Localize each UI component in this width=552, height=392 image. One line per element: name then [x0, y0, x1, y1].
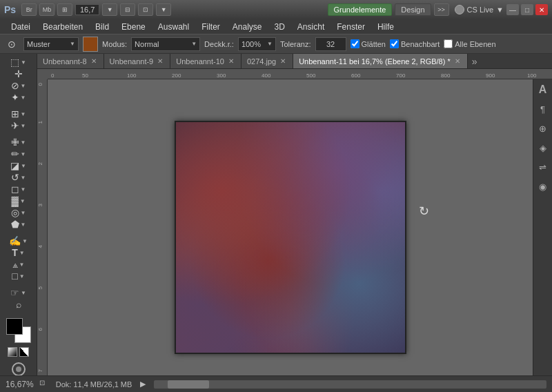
right-panel-channels-btn[interactable]: ◈: [535, 140, 551, 155]
modus-dropdown[interactable]: Normal ▼: [131, 37, 200, 51]
close-btn[interactable]: ✕: [535, 4, 548, 15]
toleranz-input[interactable]: [315, 37, 346, 51]
menu-datei[interactable]: Datei: [6, 21, 36, 33]
toolbar-marquee-tool[interactable]: ⬚ ▼: [2, 57, 35, 68]
ruler-tick-600: 600: [351, 72, 360, 79]
swap-colors-btn[interactable]: [19, 347, 29, 357]
menu-ebene[interactable]: Ebene: [116, 21, 151, 33]
toolbar-blur-tool[interactable]: ◎ ▼: [2, 207, 35, 218]
toolbar-brush-tool[interactable]: ✏ ▼: [2, 148, 35, 159]
menu-3d[interactable]: 3D: [269, 21, 290, 33]
toolbar-magic-wand-tool[interactable]: ✦ ▼: [2, 92, 35, 103]
glatten-checkbox-item[interactable]: Glätten: [351, 39, 386, 48]
right-panel-layers-btn[interactable]: ⊕: [535, 121, 551, 136]
blur-icon: ◎: [11, 207, 19, 218]
tab-unbenannt-10[interactable]: Unbenannt-10 ✕: [170, 54, 241, 69]
menu-analyse[interactable]: Analyse: [227, 21, 268, 33]
toolbar-dodge-tool[interactable]: ⬟ ▼: [2, 219, 35, 230]
right-panel-styles-btn[interactable]: ◉: [535, 179, 551, 194]
default-colors-btn[interactable]: [8, 347, 17, 357]
menu-bearbeiten[interactable]: Bearbeiten: [37, 21, 88, 33]
color-section: [6, 318, 31, 357]
tool-panel: ⬚ ▼ ✛ ⊘ ▼ ✦ ▼ ⊞ ▼ ✈ ▼ ✙ ▼ ✏ ▼: [0, 54, 37, 375]
right-panel-adjust-btn[interactable]: ⇌: [535, 159, 551, 175]
tool-preset-dropdown[interactable]: Muster ▼: [23, 37, 79, 51]
deckk-dropdown[interactable]: 100% ▼: [238, 37, 276, 51]
benachbart-checkbox-item[interactable]: Benachbart: [390, 39, 440, 48]
arrange-icon-btn[interactable]: ⊡: [138, 3, 153, 16]
menu-ansicht[interactable]: Ansicht: [292, 21, 330, 33]
mb-icon-btn[interactable]: Mb: [39, 3, 55, 16]
toolbar-pen-tool[interactable]: ✍ ▼: [2, 235, 35, 246]
tab-close-unbenannt-10[interactable]: ✕: [227, 57, 235, 66]
modus-label: Modus:: [102, 40, 127, 48]
toolbar-stamp-tool[interactable]: ◪ ▼: [2, 160, 35, 171]
alle-ebenen-checkbox[interactable]: [444, 39, 453, 48]
toolbar-quick-mask-btn[interactable]: [2, 362, 35, 375]
ruler-corner: [37, 69, 48, 79]
view-icon-btn[interactable]: ⊟: [120, 3, 135, 16]
right-panel-paragraph-btn[interactable]: ¶: [535, 101, 551, 117]
layout-icon-btn[interactable]: ⊞: [57, 3, 72, 16]
tab-close-unbenannt-9[interactable]: ✕: [156, 57, 164, 66]
tab-close-unbenannt-8[interactable]: ✕: [90, 57, 98, 66]
glatten-checkbox[interactable]: [351, 39, 359, 48]
arrange-dropdown-btn[interactable]: ▼: [156, 3, 171, 16]
menu-filter[interactable]: Filter: [196, 21, 226, 33]
toolbar-gradient-tool[interactable]: ▓ ▼: [2, 195, 35, 206]
tab-unbenannt-11[interactable]: Unbenannt-11 bei 16,7% (Ebene 2, RGB/8) …: [293, 54, 468, 69]
tab-label-unbenannt-10: Unbenannt-10: [176, 57, 224, 66]
tab-close-unbenannt-11[interactable]: ✕: [453, 57, 462, 66]
tab-unbenannt-9[interactable]: Unbenannt-9 ✕: [104, 54, 171, 69]
toolbar-path-select-tool[interactable]: ⟁ ▼: [2, 259, 35, 270]
menu-auswahl[interactable]: Auswahl: [152, 21, 195, 33]
cursor-indicator: ↻: [419, 204, 429, 219]
stamp-arrow: ▼: [21, 163, 26, 169]
toolbar-eraser-tool[interactable]: ◻ ▼: [2, 184, 35, 195]
menu-bild[interactable]: Bild: [90, 21, 115, 33]
toolbar-zoom-tool[interactable]: ⌕: [2, 299, 35, 310]
foreground-color-swatch[interactable]: [6, 318, 23, 335]
workspace-overflow-btn[interactable]: >>: [434, 3, 449, 16]
grundelemente-workspace-btn[interactable]: Grundelemente: [328, 3, 393, 16]
design-workspace-btn[interactable]: Design: [395, 3, 431, 16]
tab-close-0274[interactable]: ✕: [279, 57, 287, 66]
glatten-label: Glätten: [362, 40, 386, 48]
color-swatch[interactable]: [83, 37, 98, 52]
menu-fenster[interactable]: Fenster: [331, 21, 371, 33]
toolbar-eyedropper-tool[interactable]: ✈ ▼: [2, 120, 35, 131]
cs-live-arrow: ▼: [496, 6, 504, 14]
tab-0274[interactable]: 0274.jpg ✕: [241, 54, 293, 69]
tab-overflow-btn[interactable]: »: [468, 56, 482, 67]
benachbart-checkbox[interactable]: [390, 39, 399, 48]
ruler-tick-400: 400: [262, 72, 270, 79]
toolbar-hand-tool[interactable]: ☞ ▼: [2, 287, 35, 298]
minimize-btn[interactable]: —: [506, 4, 519, 15]
status-arrow-btn[interactable]: ▶: [137, 379, 148, 390]
ruler-v-tick-0: 0: [37, 83, 43, 86]
canvas-scroll-area[interactable]: ↻: [48, 79, 533, 375]
zoom-dropdown-btn[interactable]: ▼: [102, 3, 117, 16]
crop-icon: ⊞: [11, 108, 19, 119]
cs-live-btn[interactable]: CS Live ▼: [455, 5, 504, 14]
alle-ebenen-label: Alle Ebenen: [455, 40, 495, 48]
status-icon-btn[interactable]: ⊡: [39, 379, 50, 390]
menu-hilfe[interactable]: Hilfe: [372, 21, 400, 33]
toolbar-history-brush-tool[interactable]: ↺ ▼: [2, 172, 35, 183]
horizontal-scrollbar[interactable]: [154, 380, 546, 389]
toolbar-heal-tool[interactable]: ✙ ▼: [2, 137, 35, 148]
lasso-icon: ⊘: [11, 80, 19, 91]
crop-arrow: ▼: [21, 111, 26, 117]
toolbar-crop-tool[interactable]: ⊞ ▼: [2, 108, 35, 119]
tab-unbenannt-8[interactable]: Unbenannt-8 ✕: [37, 54, 104, 69]
toolbar-lasso-tool[interactable]: ⊘ ▼: [2, 80, 35, 91]
alle-ebenen-checkbox-item[interactable]: Alle Ebenen: [444, 39, 495, 48]
toolbar-shape-tool[interactable]: □ ▼: [2, 271, 35, 282]
toolbar-type-tool[interactable]: T ▼: [2, 247, 35, 258]
toolbar-move-tool[interactable]: ✛: [2, 68, 35, 79]
br-icon-btn[interactable]: Br: [21, 3, 37, 16]
right-panel-text-btn[interactable]: A: [535, 82, 551, 97]
zoom-status: 16,67%: [6, 380, 34, 389]
dodge-icon: ⬟: [11, 219, 19, 230]
maximize-btn[interactable]: □: [521, 4, 533, 15]
